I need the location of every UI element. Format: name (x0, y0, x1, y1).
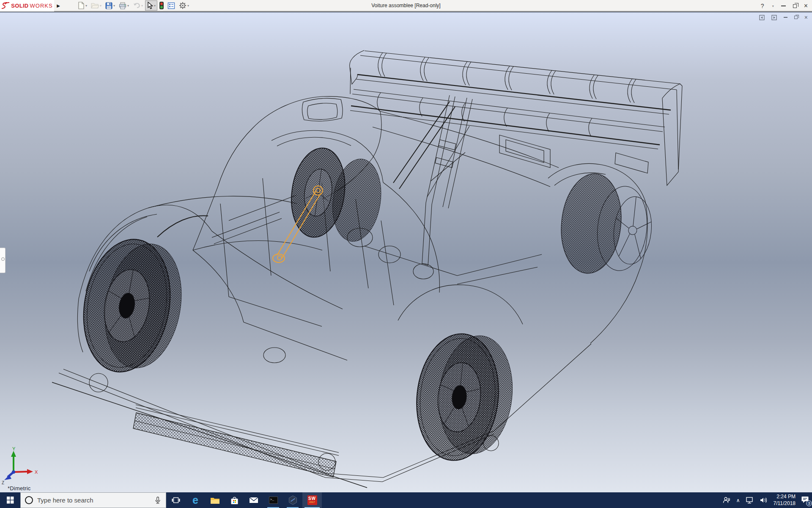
save-floppy-icon (105, 2, 112, 9)
print-button[interactable]: ▾ (117, 0, 131, 11)
select-caret[interactable]: ▾ (154, 4, 156, 8)
file-explorer-button[interactable] (205, 492, 225, 508)
quick-access-toolbar: ▾ ▾ ▾ (76, 0, 191, 11)
rebuild-button[interactable] (158, 0, 165, 11)
rear-wing-wireframe (350, 50, 682, 265)
edge-icon: e (192, 495, 198, 505)
volume-icon[interactable] (760, 497, 768, 504)
system-tray: ∧ 2:24 PM 7/11/2018 3 (722, 492, 812, 508)
triad-x-label: X (35, 469, 38, 475)
open-folder-icon (91, 2, 99, 9)
hexagon-app-button[interactable] (283, 492, 302, 508)
solidworks-logo-icon (1, 2, 10, 9)
options-button[interactable]: ▾ (177, 0, 191, 11)
windows-logo-icon (7, 497, 14, 504)
undo-button[interactable]: ▾ (131, 0, 145, 11)
taskbar-clock[interactable]: 2:24 PM 7/11/2018 (774, 494, 796, 507)
menu-flyout-arrow[interactable]: ▶ (54, 3, 63, 8)
document-minimize-button[interactable] (784, 17, 787, 18)
triad-y-label: Y (12, 447, 16, 451)
task-view-button[interactable] (166, 492, 186, 508)
open-caret[interactable]: ▾ (100, 4, 102, 8)
new-caret[interactable]: ▾ (85, 4, 87, 8)
hexagon-app-icon (288, 495, 298, 505)
brand-works: WORKS (30, 3, 53, 9)
save-button[interactable]: ▾ (104, 0, 117, 11)
wheels-wireframe (74, 144, 656, 466)
document-restore-button[interactable] (794, 16, 798, 19)
options-caret[interactable]: ▾ (187, 4, 189, 8)
open-button[interactable]: ▾ (89, 0, 103, 11)
notification-badge: 3 (806, 500, 812, 506)
edge-button[interactable]: e (186, 492, 205, 508)
microphone-icon[interactable] (154, 497, 162, 504)
file-properties-button[interactable] (166, 0, 177, 11)
minimize-button[interactable] (781, 6, 786, 6)
windows-taskbar: e >_ (0, 492, 812, 508)
microsoft-store-icon (230, 496, 239, 505)
cortana-icon (25, 496, 33, 504)
taskbar-search[interactable] (20, 492, 166, 508)
search-input[interactable] (37, 497, 150, 504)
document-window-controls: × (759, 14, 808, 20)
restore-button[interactable] (793, 4, 797, 8)
task-view-icon (172, 497, 180, 504)
action-center-button[interactable]: 3 (801, 496, 809, 505)
taskbar-apps: e >_ (166, 492, 322, 508)
people-icon[interactable] (722, 497, 731, 504)
solidworks-logo: SOLIDWORKS (0, 0, 54, 11)
close-button[interactable]: × (804, 3, 808, 9)
mail-icon (249, 497, 258, 504)
orientation-triad: Y X Z (1, 447, 41, 485)
title-bar: SOLIDWORKS ▶ ▾ ▾ (0, 0, 812, 12)
print-caret[interactable]: ▾ (127, 4, 129, 8)
undo-icon (133, 2, 140, 9)
solidworks-2017-icon: SW 2017 (307, 495, 317, 505)
print-icon (119, 2, 126, 9)
tray-overflow-chevron[interactable]: ∧ (736, 497, 740, 503)
document-close-button[interactable]: × (804, 14, 808, 20)
window-controls: ? ▾ × (761, 0, 808, 12)
select-tool-button[interactable]: ▾ (145, 0, 157, 11)
new-document-button[interactable]: ▾ (76, 0, 89, 11)
command-prompt-icon: >_ (269, 497, 278, 504)
featuremanager-collapsed-tab[interactable] (0, 248, 5, 273)
pane-toggle-right-icon[interactable] (771, 15, 777, 20)
options-gear-icon (179, 2, 187, 9)
new-document-icon (78, 2, 85, 9)
clock-time: 2:24 PM (774, 494, 796, 500)
select-cursor-icon (147, 2, 153, 9)
network-icon[interactable] (746, 497, 754, 504)
help-caret[interactable]: ▾ (772, 4, 774, 8)
save-caret[interactable]: ▾ (113, 4, 115, 8)
help-button[interactable]: ? (761, 3, 764, 9)
wireframe-model[interactable] (0, 13, 812, 492)
view-orientation-label: *Dimetric (8, 485, 31, 491)
clock-date: 7/11/2018 (774, 500, 796, 507)
file-properties-icon (167, 2, 175, 9)
pane-toggle-left-icon[interactable] (759, 15, 765, 20)
mail-button[interactable] (244, 492, 263, 508)
command-prompt-button[interactable]: >_ (263, 492, 283, 508)
microsoft-store-button[interactable] (225, 492, 244, 508)
brand-solid: SOLID (11, 3, 28, 9)
start-button[interactable] (0, 492, 20, 508)
window-title: Voiture assomblee [Read-only] (371, 3, 440, 8)
undo-caret[interactable]: ▾ (141, 4, 143, 8)
graphics-area[interactable]: × Y X Z *Dimetric (0, 13, 812, 492)
rebuild-traffic-light-icon (159, 2, 164, 9)
triad-z-label: Z (2, 480, 4, 485)
file-explorer-icon (210, 497, 220, 504)
solidworks-2017-button[interactable]: SW 2017 (302, 492, 322, 508)
